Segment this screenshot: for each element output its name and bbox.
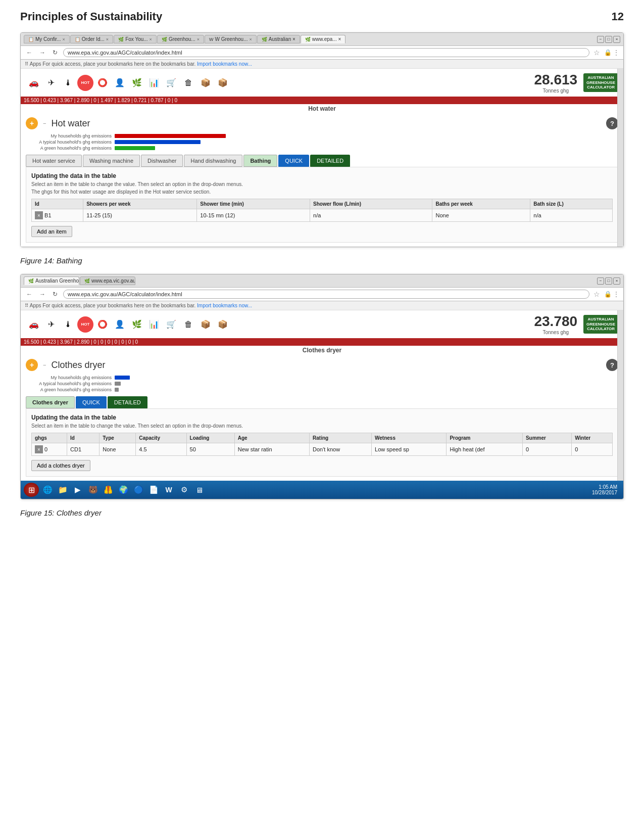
tab-hand-dishwashing[interactable]: Hand dishwashing — [184, 155, 242, 167]
tab-epa2[interactable]: 🌿 www.epa.vic.gov.au/AGC × — [80, 276, 135, 285]
add-clothes-dryer-btn[interactable]: Add a clothes dryer — [31, 460, 90, 471]
tab-close-4[interactable]: × — [197, 37, 200, 42]
tab-orderid[interactable]: 📋 Order Id... × — [70, 35, 113, 43]
tab-close-2[interactable]: × — [106, 37, 109, 42]
win-minimize-btn[interactable]: − — [597, 36, 604, 43]
nav2-person-icon[interactable]: 👤 — [112, 316, 128, 333]
nav-thermometer-icon[interactable]: 🌡 — [60, 75, 76, 91]
nav2-box-icon[interactable]: 📦 — [197, 316, 214, 333]
tab-close-3[interactable]: × — [150, 37, 152, 42]
taskbar-gear-icon[interactable]: ⚙ — [177, 483, 190, 496]
cd-cell-rating[interactable]: Don't know — [310, 443, 372, 456]
nav-circle-icon[interactable]: ⭕ — [94, 75, 111, 91]
cell-bath-size[interactable]: n/a — [530, 209, 613, 222]
address-input-1[interactable]: www.epa.vic.gov.au/AGC/calculator/index.… — [63, 48, 589, 57]
tab-australian[interactable]: 🌿 Australian × — [257, 35, 300, 43]
cd-cell-winter[interactable]: 0 — [572, 443, 613, 456]
import-bookmarks-link[interactable]: Import bookmarks now... — [197, 61, 252, 67]
tab-quick[interactable]: QUICK — [278, 155, 309, 167]
cd-cell-summer[interactable]: 0 — [522, 443, 571, 456]
nav2-plant-icon[interactable]: 🌿 — [129, 316, 145, 333]
nav2-chart-icon[interactable]: 📊 — [146, 316, 162, 333]
nav2-circle-icon[interactable]: ⭕ — [94, 316, 111, 333]
nav2-thermometer-icon[interactable]: 🌡 — [60, 316, 76, 333]
address-input-2[interactable]: www.epa.vic.gov.au/AGC/calculator/index.… — [63, 290, 589, 299]
nav-car-icon[interactable]: 🚗 — [26, 75, 42, 91]
tab-detailed-2[interactable]: DETAILED — [108, 396, 147, 408]
tab-bathing[interactable]: Bathing — [243, 155, 277, 167]
taskbar-globe-icon[interactable]: 🌍 — [117, 483, 130, 496]
cd-cell-id[interactable]: CD1 — [67, 443, 100, 456]
win-close-btn-2[interactable]: × — [613, 277, 620, 285]
nav2-plane-icon[interactable]: ✈ — [43, 316, 59, 333]
cd-cell-del[interactable]: × 0 — [32, 443, 67, 456]
scrollbar-2[interactable] — [617, 310, 623, 481]
tab-washing-machine[interactable]: Washing machine — [83, 155, 140, 167]
help-btn-2[interactable]: ? — [606, 359, 618, 371]
nav2-shop-icon[interactable]: 🛒 — [163, 316, 179, 333]
table-row[interactable]: × B1 11-25 (15) 10-15 mn (12) n/a None n… — [32, 209, 613, 222]
start-btn[interactable]: ⊞ — [24, 483, 39, 497]
win-minimize-btn-2[interactable]: − — [597, 277, 604, 285]
cd-del-row-btn[interactable]: × — [35, 445, 43, 453]
taskbar-ie-icon[interactable]: 🌐 — [41, 483, 54, 496]
taskbar-pdf-icon[interactable]: 📄 — [147, 483, 160, 496]
help-btn-1[interactable]: ? — [606, 117, 618, 129]
nav2-car-icon[interactable]: 🚗 — [26, 316, 42, 333]
tab-dishwasher[interactable]: Dishwasher — [141, 155, 183, 167]
plus-btn-1[interactable]: + — [26, 117, 38, 129]
tab-quick-2[interactable]: QUICK — [76, 396, 107, 408]
forward-btn-2[interactable]: → — [38, 291, 47, 298]
import-bookmarks-link-2[interactable]: Import bookmarks now... — [197, 303, 252, 308]
nav-plant-icon[interactable]: 🌿 — [129, 75, 145, 91]
tab-detailed[interactable]: DETAILED — [310, 155, 350, 167]
minus-btn-1[interactable]: − — [43, 120, 46, 126]
reload-btn-2[interactable]: ↻ — [51, 291, 59, 298]
back-btn-2[interactable]: ← — [25, 291, 34, 298]
add-item-btn-1[interactable]: Add an item — [31, 226, 72, 237]
cd-cell-age[interactable]: New star ratin — [234, 443, 309, 456]
cd-cell-type[interactable]: None — [100, 443, 136, 456]
tab-greenhouse2[interactable]: W W Greenhou... × — [205, 35, 257, 43]
taskbar-play-icon[interactable]: ▶ — [71, 483, 84, 496]
nav-plane-icon[interactable]: ✈ — [43, 75, 59, 91]
cell-del[interactable]: × B1 — [32, 209, 83, 222]
forward-btn[interactable]: → — [38, 49, 47, 56]
taskbar-chrome-icon[interactable]: 🔵 — [132, 483, 145, 496]
tab-myconfir[interactable]: 📋 My Confir... × — [24, 35, 70, 43]
taskbar-word-icon[interactable]: W — [162, 483, 175, 496]
tab-close-1[interactable]: × — [63, 37, 65, 42]
cd-table-row[interactable]: × 0 CD1 None 4.5 50 New star ratin Don't… — [32, 443, 613, 456]
tab-epa-active[interactable]: 🌿 www.epa... × — [301, 35, 346, 43]
cell-showers-week[interactable]: 11-25 (15) — [83, 209, 197, 222]
nav2-trash-icon[interactable]: 🗑 — [180, 316, 196, 333]
cd-cell-wetness[interactable]: Low speed sp — [372, 443, 447, 456]
win-restore-btn[interactable]: □ — [605, 36, 612, 43]
del-row-btn[interactable]: × — [35, 211, 43, 219]
tab-greenhouse1[interactable]: 🌿 Greenhou... × — [157, 35, 204, 43]
taskbar-bear-icon[interactable]: 🐻 — [86, 483, 100, 496]
nav-trash-icon[interactable]: 🗑 — [180, 75, 196, 91]
tab-clothes-dryer[interactable]: Clothes dryer — [26, 396, 75, 408]
nav-box2-icon[interactable]: 📦 — [215, 75, 231, 91]
star-btn[interactable]: ☆ — [593, 49, 600, 57]
nav-chart-icon[interactable]: 📊 — [146, 75, 162, 91]
nav-person-icon[interactable]: 👤 — [112, 75, 128, 91]
plus-btn-2[interactable]: + — [26, 359, 38, 371]
win-close-btn[interactable]: × — [613, 36, 620, 43]
tab-howyou[interactable]: 🌿 Fox You... × — [114, 35, 157, 43]
cell-baths-week[interactable]: None — [432, 209, 530, 222]
cd-cell-capacity[interactable]: 4.5 — [136, 443, 186, 456]
nav2-box2-icon[interactable]: 📦 — [215, 316, 231, 333]
nav-shop-icon[interactable]: 🛒 — [163, 75, 179, 91]
tab-close-5[interactable]: × — [249, 37, 252, 42]
scrollbar-1[interactable] — [617, 69, 623, 247]
cd-cell-program[interactable]: High heat (def — [447, 443, 523, 456]
taskbar-screen-icon[interactable]: 🖥 — [192, 483, 206, 496]
cell-shower-time[interactable]: 10-15 mn (12) — [197, 209, 310, 222]
star-btn-2[interactable]: ☆ — [593, 290, 600, 298]
nav-hot-icon[interactable]: HOT — [77, 75, 93, 91]
nav2-hot-icon[interactable]: HOT — [77, 316, 93, 333]
minus-btn-2[interactable]: − — [43, 362, 46, 368]
cd-cell-loading[interactable]: 50 — [186, 443, 234, 456]
